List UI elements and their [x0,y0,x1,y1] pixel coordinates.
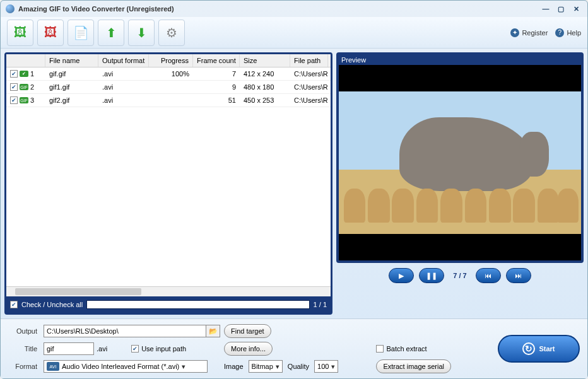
row-checkbox[interactable]: ✔ [10,70,18,78]
folder-icon: 📂 [209,327,218,335]
col-progress[interactable]: Progress [149,54,193,67]
format-label: Format [8,363,40,370]
media-controls: ▶ ❚❚ 7 / 7 ⏮ ⏭ [336,263,584,288]
list-footer: ✔ Check / Uncheck all 1 / 1 [6,296,331,313]
check-all-checkbox[interactable]: ✔ [10,301,18,308]
table-row[interactable]: ✔✔1gif.gif.avi100%7412 x 240C:\Users\R [6,67,331,81]
maximize-button[interactable]: ▢ [555,4,567,14]
start-button[interactable]: ↻ Start [498,335,580,363]
titlebar: Amazing GIF to Video Converter (Unregist… [1,1,587,17]
cell-size: 450 x 253 [240,94,290,107]
cell-path: C:\Users\R [290,81,328,93]
bottom-bar: Output C:\Users\RLS\Desktop\ 📂 Find targ… [1,318,587,378]
batch-extract-checkbox[interactable] [376,345,384,353]
output-path-input[interactable]: C:\Users\RLS\Desktop\ [44,325,206,337]
quality-label: Quality [288,363,309,370]
clear-icon: 📄 [73,25,89,40]
cell-size: 480 x 180 [240,81,290,93]
move-up-button[interactable]: ⬆ [98,20,124,46]
arrow-up-icon: ⬆ [106,25,117,40]
title-ext: .avi [97,345,107,353]
add-file-button[interactable]: 🖼 [7,20,33,46]
file-list-panel: File name Output format Progress Frame c… [4,52,332,315]
letterbox-top [339,65,581,91]
help-icon: ? [555,28,564,37]
cell-progress [149,81,193,93]
grid-body: ✔✔1gif.gif.avi100%7412 x 240C:\Users\R✔G… [6,67,331,286]
col-check[interactable] [6,54,45,67]
cell-format: .avi [98,94,149,107]
cell-path: C:\Users\R [290,67,328,80]
col-filename[interactable]: File name [45,54,98,67]
gif-icon: GIF [20,97,28,103]
gif-icon: GIF [20,84,28,90]
preview-box: Preview [336,52,584,263]
antelope-herd [339,180,581,223]
table-row[interactable]: ✔GIF2gif1.gif.avi9480 x 180C:\Users\R [6,81,331,94]
browse-button[interactable]: 📂 [206,325,220,337]
more-info-button[interactable]: More info... [224,342,273,356]
refresh-icon: ↻ [522,342,535,355]
done-icon: ✔ [20,71,28,77]
cell-progress: 100% [149,67,193,80]
help-link[interactable]: ?Help [555,28,581,37]
avi-icon: AVI [47,362,59,371]
play-button[interactable]: ▶ [389,268,414,283]
clear-list-button[interactable]: 📄 [68,20,94,46]
output-label: Output [8,327,40,335]
image-format-select[interactable]: Bitmap [249,360,283,373]
skip-forward-icon: ⏭ [515,272,522,279]
title-label: Title [8,345,40,353]
cell-progress [149,94,193,107]
row-checkbox[interactable]: ✔ [10,96,18,104]
extract-image-serial-button[interactable]: Extract image serial [376,359,451,373]
pause-button[interactable]: ❚❚ [419,268,444,283]
gear-icon: ⚙ [166,25,177,40]
register-link[interactable]: ✦Register [510,28,548,37]
play-icon: ▶ [399,272,404,280]
remove-image-icon: 🖼 [44,25,57,40]
grid-header: File name Output format Progress Frame c… [6,54,331,67]
scrollbar-thumb[interactable] [15,288,141,295]
col-output-format[interactable]: Output format [98,54,149,67]
col-file-path[interactable]: File path [290,54,328,67]
preview-panel: Preview ▶ ❚❚ 7 / 7 ⏮ ⏭ [336,52,584,315]
cell-frames: 7 [193,67,240,80]
key-icon: ✦ [510,28,519,37]
remove-file-button[interactable]: 🖼 [37,20,64,46]
move-down-button[interactable]: ⬇ [128,20,155,46]
preview-image [339,65,581,260]
frame-counter: 7 / 7 [449,272,470,279]
cell-frames: 9 [193,81,240,93]
cell-filename: gif2.gif [45,94,98,107]
cell-size: 412 x 240 [240,67,290,80]
app-window: Amazing GIF to Video Converter (Unregist… [0,0,588,379]
cell-path: C:\Users\R [290,94,328,107]
batch-extract-label: Batch extract [386,345,426,353]
settings-button[interactable]: ⚙ [158,20,185,46]
preview-scene [339,91,581,234]
cell-format: .avi [98,67,149,80]
horizontal-scrollbar[interactable] [6,286,331,296]
row-checkbox[interactable]: ✔ [10,83,18,91]
arrow-down-icon: ⬇ [136,25,147,40]
app-logo-icon [6,4,15,13]
quality-select[interactable]: 100 [314,360,338,373]
col-size[interactable]: Size [240,54,290,67]
skip-back-icon: ⏮ [485,272,491,279]
next-frame-button[interactable]: ⏭ [506,268,531,283]
toolbar: 🖼 🖼 📄 ⬆ ⬇ ⚙ ✦Register ?Help [1,17,587,49]
preview-label: Preview [339,55,581,65]
col-frame-count[interactable]: Frame count [193,54,240,67]
title-input[interactable]: gif [44,342,94,355]
format-select[interactable]: AVIAudio Video Interleaved Format (*.avi… [44,360,208,373]
prev-frame-button[interactable]: ⏮ [476,268,501,283]
find-target-button[interactable]: Find target [224,324,271,338]
close-button[interactable]: ✕ [570,4,582,14]
table-row[interactable]: ✔GIF3gif2.gif.avi51450 x 253C:\Users\R [6,94,331,107]
minimize-button[interactable]: — [539,4,552,14]
page-counter: 1 / 1 [314,301,327,308]
check-all-label: Check / Uncheck all [21,301,83,308]
add-image-icon: 🖼 [14,25,26,40]
use-input-path-checkbox[interactable]: ✔ [131,345,139,353]
